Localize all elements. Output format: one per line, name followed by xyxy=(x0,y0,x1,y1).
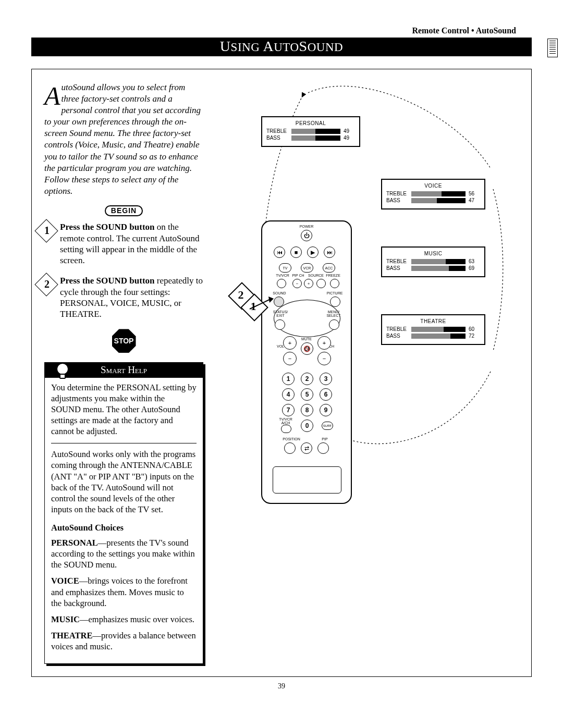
osd-music: MUSIC TREBLE63 BASS69 xyxy=(381,246,485,277)
digit-2[interactable]: 2 xyxy=(301,373,313,385)
menu-select-button[interactable] xyxy=(329,319,339,330)
breadcrumb: Remote Control • AutoSound xyxy=(31,26,532,35)
dropcap: A xyxy=(44,82,62,107)
surf-button[interactable]: SURF xyxy=(322,422,333,430)
step-2: 2 Press the SOUND button repeatedly to c… xyxy=(44,275,203,319)
intro-paragraph: A utoSound allows you to select from thr… xyxy=(44,82,203,197)
smart-help-box: Smart Help You determine the PERSONAL se… xyxy=(44,362,203,664)
pipch-plus-button[interactable]: + xyxy=(304,279,313,288)
smart-help-p2: AutoSound works only with the programs c… xyxy=(51,449,197,515)
play-button[interactable]: ▶ xyxy=(307,246,319,258)
begin-badge: BEGIN xyxy=(44,204,203,222)
digit-0[interactable]: 0 xyxy=(301,419,313,432)
vol-up-button[interactable]: + xyxy=(283,336,297,350)
smart-help-heading: Smart Help xyxy=(45,363,203,377)
digit-4[interactable]: 4 xyxy=(282,388,295,401)
osd-theatre: THEATRE TREBLE60 BASS72 xyxy=(381,314,485,345)
illustration: PERSONAL TREBLE49 BASS49 VOICE TREBLE56 … xyxy=(230,80,511,476)
digit-1[interactable]: 1 xyxy=(282,373,295,385)
stop-button[interactable]: ■ xyxy=(290,246,302,258)
pip-button[interactable] xyxy=(317,442,329,454)
remote-control: POWER ⏻ ⏮ ■ ▶ ⏭ TV VCR ACC TV/VCR PIP CH… xyxy=(261,220,352,504)
pipch-minus-button[interactable]: − xyxy=(292,279,302,288)
tv-button[interactable]: TV xyxy=(279,263,291,273)
rewind-button[interactable]: ⏮ xyxy=(274,246,285,258)
mute-button[interactable]: 🔇 xyxy=(301,342,313,355)
digit-9[interactable]: 9 xyxy=(320,404,332,416)
choice-theatre: THEATRE—provides a balance between voice… xyxy=(51,630,197,652)
ch-down-button[interactable]: − xyxy=(317,352,331,365)
svg-line-2 xyxy=(68,359,71,362)
svg-rect-4 xyxy=(60,374,65,378)
tvvcr-button[interactable] xyxy=(277,279,286,288)
nav-ring[interactable] xyxy=(274,300,340,337)
digit-5[interactable]: 5 xyxy=(301,388,313,401)
vcr-button[interactable]: VCR xyxy=(301,263,313,273)
lightbulb-icon xyxy=(50,355,75,380)
power-button[interactable]: ⏻ xyxy=(301,230,312,241)
digit-8[interactable]: 8 xyxy=(301,404,313,416)
page-title: USING AUTOSOUND xyxy=(31,38,532,56)
ch-up-button[interactable]: + xyxy=(317,336,331,350)
ach-button[interactable] xyxy=(281,425,291,433)
freeze-button[interactable] xyxy=(330,279,339,288)
remote-bottom-panel xyxy=(273,466,341,493)
osd-voice: VOICE TREBLE56 BASS47 xyxy=(381,179,485,209)
swap-button[interactable]: ⇄ xyxy=(301,442,312,454)
choices-heading: AutoSound Choices xyxy=(51,522,197,533)
svg-line-1 xyxy=(54,359,57,362)
choice-music: MUSIC—emphasizes music over voices. xyxy=(51,614,197,625)
position-button[interactable] xyxy=(284,442,296,454)
svg-point-3 xyxy=(57,363,68,375)
digit-6[interactable]: 6 xyxy=(320,388,332,401)
status-exit-button[interactable] xyxy=(275,319,285,330)
digit-3[interactable]: 3 xyxy=(320,373,332,385)
vol-down-button[interactable]: − xyxy=(283,352,297,365)
acc-button[interactable]: ACC xyxy=(323,263,335,273)
ffwd-button[interactable]: ⏭ xyxy=(324,246,335,258)
choice-voice: VOICE—brings voices to the forefront and… xyxy=(51,575,197,608)
stop-badge: STOP xyxy=(44,329,203,353)
smart-help-p1: You determine the PERSONAL setting by ad… xyxy=(51,382,197,437)
choice-personal: PERSONAL—presents the TV's sound accordi… xyxy=(51,537,197,570)
digit-7[interactable]: 7 xyxy=(282,404,295,416)
spiral-binding-icon xyxy=(547,39,558,57)
osd-personal: PERSONAL TREBLE49 BASS49 xyxy=(261,116,360,147)
source-button[interactable] xyxy=(316,279,326,288)
step-1: 1 Press the SOUND button on the remote c… xyxy=(44,221,203,266)
page-number: 39 xyxy=(31,682,532,690)
